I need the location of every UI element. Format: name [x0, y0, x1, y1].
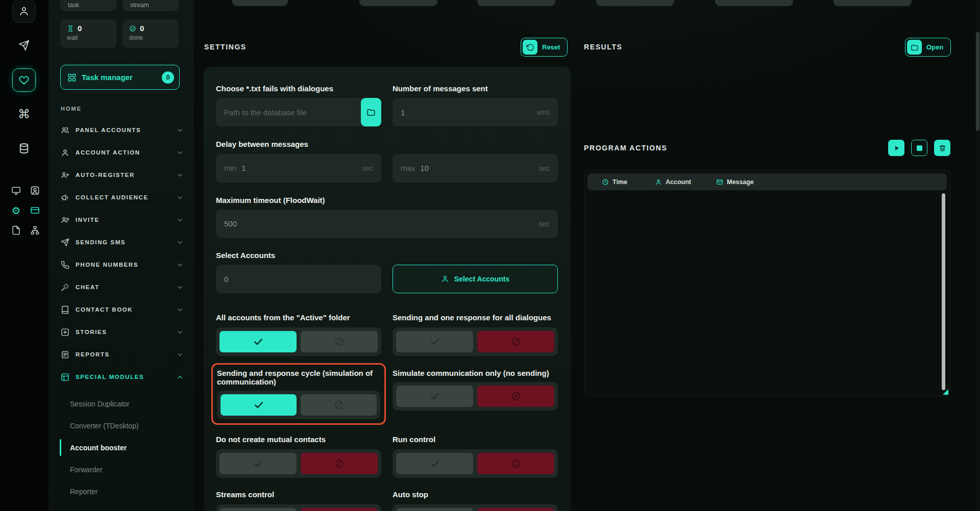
submenu-forwarder[interactable]: Forwarder — [48, 458, 194, 480]
sidebar-item-stories[interactable]: STORIES — [48, 321, 194, 343]
toggle-yes-button[interactable] — [219, 508, 297, 511]
select-accounts-button[interactable]: Select Accounts — [393, 265, 558, 293]
open-results-button[interactable]: Open — [905, 38, 951, 57]
truncated-toolbar-button[interactable] — [232, 0, 288, 6]
toggle-yes-button[interactable] — [396, 453, 473, 474]
send-icon[interactable] — [12, 34, 36, 57]
truncated-toolbar-button[interactable] — [596, 0, 674, 6]
program-actions-buttons — [888, 140, 950, 156]
truncated-toolbar-button[interactable] — [477, 0, 555, 6]
check-circle-icon — [129, 25, 136, 32]
user-icon — [441, 275, 449, 283]
toggle-simulate-only — [393, 382, 558, 411]
sidebar-item-reports[interactable]: REPORTS — [48, 343, 194, 366]
sidebar-item-phone-numbers[interactable]: PHONE NUMBERS — [48, 253, 194, 276]
timeout-label: Maximum timeout (FloodWait) — [216, 196, 558, 205]
truncated-toolbar-button[interactable] — [715, 0, 793, 6]
proxy-card-icon[interactable] — [26, 201, 44, 220]
submenu-reporter[interactable]: Reporter — [48, 480, 194, 502]
user-icon — [655, 178, 662, 186]
sidebar-item-sending-sms[interactable]: SENDING SMS — [48, 231, 194, 253]
settings-title: SETTINGS — [204, 43, 247, 51]
special-modules-submenu: Session Duplicator Converter (TDesktop) … — [48, 393, 194, 502]
toggle-yes-button[interactable] — [396, 386, 473, 407]
toggle-response-cycle — [217, 391, 380, 419]
delay-max-suffix: sec — [533, 164, 550, 172]
toggle-no-button[interactable] — [477, 453, 554, 474]
messages-sent-field: sms — [393, 98, 558, 126]
toggle-no-button[interactable] — [301, 331, 378, 352]
user-monitor-icon[interactable] — [26, 181, 44, 200]
sidebar-item-special-modules[interactable]: SPECIAL MODULES — [48, 366, 194, 388]
messages-sent-input[interactable] — [401, 108, 531, 117]
chevron-down-icon — [176, 306, 184, 314]
menu-label: PHONE NUMBERS — [76, 262, 138, 268]
sidebar-item-auto-register[interactable]: AUTO-REGISTER — [48, 164, 194, 186]
delay-min-suffix: sec — [357, 164, 373, 172]
toggle-no-button[interactable] — [477, 386, 554, 407]
database-file-input[interactable] — [224, 108, 363, 117]
table-resize-handle[interactable] — [943, 389, 948, 395]
logs-file-icon[interactable] — [7, 221, 26, 240]
settings-gear-icon[interactable]: ⚙ — [7, 201, 26, 220]
toggle-streams-control — [216, 504, 381, 511]
book-icon — [61, 305, 69, 314]
reset-button[interactable]: Reset — [521, 38, 568, 57]
toggle-yes-button[interactable] — [396, 508, 473, 511]
toggle-yes-button[interactable] — [220, 394, 297, 416]
prohibit-icon — [334, 458, 345, 469]
sessions-monitor-icon[interactable] — [7, 181, 26, 200]
sidebar-item-contact-book[interactable]: CONTACT BOOK — [48, 298, 194, 321]
submenu-account-booster[interactable]: Account booster — [48, 437, 194, 458]
toggle-no-button[interactable] — [477, 508, 554, 511]
user-icon — [61, 148, 69, 157]
table-scrollbar[interactable] — [942, 193, 945, 390]
sidebar-item-panel-accounts[interactable]: PANEL ACCOUNTS — [48, 119, 194, 141]
toggle-no-button[interactable] — [477, 331, 554, 352]
open-folder-icon — [907, 40, 922, 55]
toggle-mutual-contacts — [216, 449, 381, 478]
submenu-converter-tdesktop[interactable]: Converter (TDesktop) — [48, 415, 194, 437]
play-button[interactable] — [888, 140, 904, 156]
truncated-toolbar-button[interactable] — [834, 0, 912, 6]
delay-min-input[interactable] — [241, 164, 357, 172]
chevron-down-icon — [176, 126, 184, 134]
page-scrollbar — [975, 0, 980, 511]
toggle-yes-button[interactable] — [396, 331, 473, 352]
toggle-no-button[interactable] — [301, 453, 378, 474]
max-prefix: max — [401, 164, 415, 172]
favorites-heart-icon[interactable] — [12, 68, 36, 92]
stop-button[interactable] — [911, 140, 927, 156]
toggle-no-button[interactable] — [301, 508, 378, 511]
database-icon[interactable] — [12, 137, 36, 160]
sidebar-item-invite[interactable]: INVITE — [48, 209, 194, 231]
done-stat-label: done — [129, 34, 172, 41]
sidebar-item-account-action[interactable]: ACCOUNT ACTION — [48, 141, 194, 164]
submenu-session-duplicator[interactable]: Session Duplicator — [48, 393, 194, 415]
delay-max-field: max sec — [393, 154, 558, 183]
prohibit-icon — [511, 337, 521, 347]
sidebar-item-cheat[interactable]: CHEAT — [48, 276, 194, 298]
sidebar: task stream 0 wait 0 done Task manager 0… — [48, 0, 194, 511]
command-icon[interactable]: ⌘ — [12, 103, 36, 126]
task-stat-label: task — [68, 2, 79, 9]
timeout-input[interactable] — [224, 219, 533, 228]
profile-icon[interactable] — [12, 0, 36, 23]
check-icon — [254, 400, 264, 410]
menu-label: PANEL ACCOUNTS — [76, 127, 141, 133]
task-manager-button[interactable]: Task manager 0 — [60, 65, 180, 90]
page-scrollbar-thumb[interactable] — [976, 32, 979, 131]
structure-sitemap-icon[interactable] — [26, 221, 44, 240]
phone-icon — [61, 261, 69, 269]
clear-button[interactable] — [934, 140, 950, 156]
browse-folder-button[interactable] — [361, 98, 381, 126]
toggle-yes-button[interactable] — [219, 453, 297, 474]
prohibit-icon — [511, 458, 521, 469]
select-accounts-button-label: Select Accounts — [454, 275, 509, 283]
accounts-count-input[interactable] — [224, 275, 373, 284]
toggle-no-button[interactable] — [301, 394, 377, 416]
delay-max-input[interactable] — [420, 164, 533, 172]
toggle-yes-button[interactable] — [219, 331, 297, 352]
sidebar-item-collect-audience[interactable]: COLLECT AUDIENCE — [48, 186, 194, 209]
truncated-toolbar-button[interactable] — [359, 0, 437, 6]
